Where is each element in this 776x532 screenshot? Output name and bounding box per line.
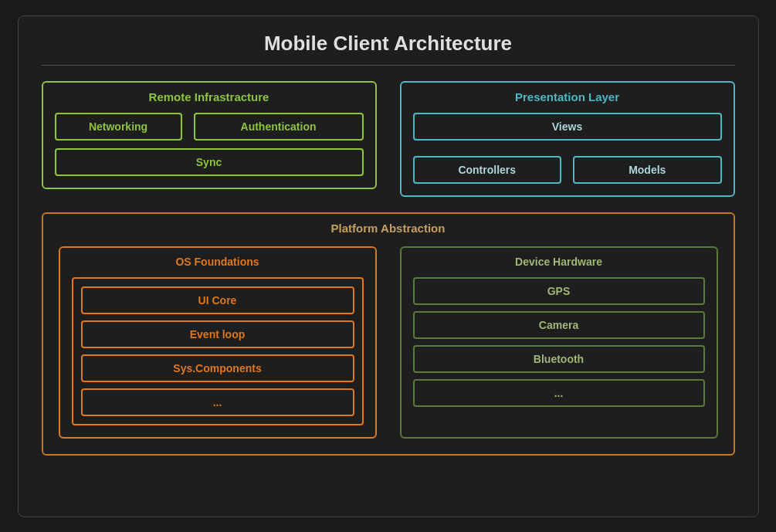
os-foundations-title: OS Foundations — [72, 256, 364, 268]
os-item-ellipsis: ... — [81, 388, 354, 416]
models-box: Models — [573, 156, 722, 184]
presentation-wrapper: Presentation Layer Views Controllers Mod… — [400, 81, 735, 197]
device-item-ellipsis: ... — [413, 379, 705, 407]
pres-bottom-row: Controllers Models — [413, 156, 722, 184]
remote-infra-wrapper: Remote Infrastracture Networking Authent… — [42, 81, 377, 197]
views-box: Views — [413, 113, 722, 141]
device-item-camera: Camera — [413, 311, 705, 339]
diagram-container: Mobile Client Architecture Remote Infras… — [18, 15, 759, 517]
top-section: Remote Infrastracture Networking Authent… — [42, 81, 735, 197]
main-title: Mobile Client Architecture — [42, 32, 735, 66]
os-foundations-outer: OS Foundations UI Core Event loop Sys.Co… — [59, 246, 377, 439]
platform-title: Platform Abstraction — [59, 222, 718, 235]
os-item-event-loop: Event loop — [81, 320, 354, 348]
os-item-ui-core: UI Core — [81, 286, 354, 314]
device-item-bluetooth: Bluetooth — [413, 345, 705, 373]
device-hardware-outer: Device Hardware GPS Camera Bluetooth ... — [400, 246, 718, 439]
platform-inner: OS Foundations UI Core Event loop Sys.Co… — [59, 246, 718, 439]
remote-infra-top-row: Networking Authentication — [55, 113, 364, 141]
os-item-sys-components: Sys.Components — [81, 354, 354, 382]
sync-box: Sync — [55, 148, 364, 176]
remote-infra-outer: Remote Infrastracture Networking Authent… — [42, 81, 377, 189]
device-hardware-inner: GPS Camera Bluetooth ... — [413, 277, 705, 407]
presentation-title: Presentation Layer — [413, 90, 722, 103]
presentation-outer: Presentation Layer Views Controllers Mod… — [400, 81, 735, 197]
remote-infra-title: Remote Infrastracture — [55, 90, 364, 103]
device-hardware-title: Device Hardware — [413, 256, 705, 268]
platform-section: Platform Abstraction OS Foundations UI C… — [42, 212, 735, 456]
auth-box: Authentication — [194, 113, 364, 141]
networking-box: Networking — [55, 113, 182, 141]
os-foundations-inner: UI Core Event loop Sys.Components ... — [72, 277, 364, 425]
device-item-gps: GPS — [413, 277, 705, 305]
controllers-box: Controllers — [413, 156, 562, 184]
